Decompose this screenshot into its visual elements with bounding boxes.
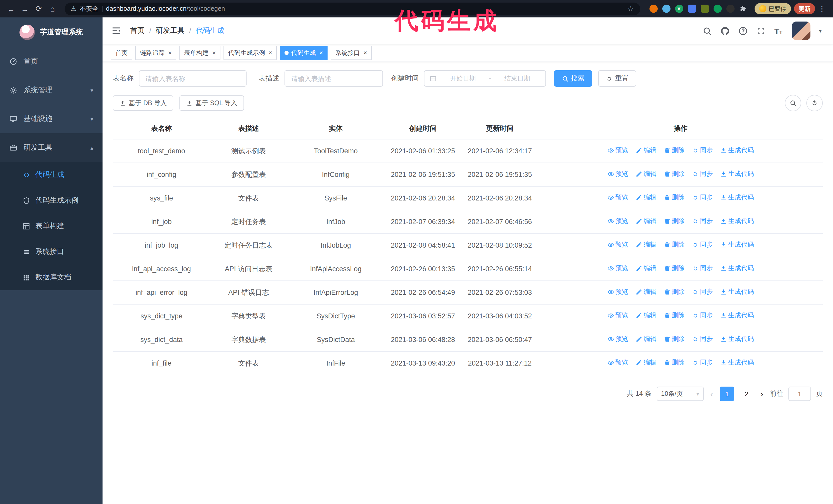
breadcrumb-home[interactable]: 首页	[130, 26, 145, 35]
profile-paused-chip[interactable]: 已暂停	[754, 3, 791, 14]
tab-system-api[interactable]: 系统接口×	[331, 46, 372, 60]
import-db-button[interactable]: 基于 DB 导入	[113, 95, 173, 111]
preview-action-link[interactable]: 预览	[607, 169, 628, 179]
import-sql-button[interactable]: 基于 SQL 导入	[180, 95, 244, 111]
extension-icon[interactable]	[688, 5, 696, 13]
close-icon[interactable]: ×	[212, 50, 216, 56]
edit-action-link[interactable]: 编辑	[635, 263, 657, 274]
sync-action-link[interactable]: 同步	[692, 192, 713, 203]
delete-action-link[interactable]: 删除	[664, 216, 685, 226]
preview-action-link[interactable]: 预览	[607, 145, 628, 156]
search-button[interactable]: 搜索	[554, 70, 592, 87]
table-name-input[interactable]	[139, 70, 246, 87]
reload-icon[interactable]: ⟳	[32, 2, 46, 16]
table-desc-input[interactable]	[285, 70, 383, 87]
extension-icon[interactable]	[662, 5, 670, 13]
sidebar-item-codegen-example[interactable]: 代码生成示例	[0, 188, 102, 213]
sidebar-item-form-builder[interactable]: 表单构建	[0, 213, 102, 239]
sync-action-link[interactable]: 同步	[692, 239, 713, 250]
preview-action-link[interactable]: 预览	[607, 216, 628, 226]
delete-action-link[interactable]: 删除	[664, 357, 685, 368]
sidebar-item-db-doc[interactable]: 数据库文档	[0, 265, 102, 290]
user-avatar[interactable]	[792, 22, 811, 40]
delete-action-link[interactable]: 删除	[664, 263, 685, 274]
search-icon[interactable]	[703, 26, 712, 35]
page-1-button[interactable]: 1	[720, 387, 734, 401]
extension-icon[interactable]	[649, 5, 658, 13]
page-size-select[interactable]: 10条/页 ▾	[657, 387, 704, 401]
sync-action-link[interactable]: 同步	[692, 357, 713, 368]
edit-action-link[interactable]: 编辑	[635, 145, 657, 156]
refresh-table-button[interactable]	[806, 95, 823, 111]
preview-action-link[interactable]: 预览	[607, 263, 628, 274]
sync-action-link[interactable]: 同步	[692, 310, 713, 321]
extension-icon[interactable]	[700, 5, 709, 13]
prev-page-button[interactable]: ‹	[709, 389, 715, 398]
generate-code-action-link[interactable]: 生成代码	[720, 310, 754, 321]
generate-code-action-link[interactable]: 生成代码	[720, 357, 754, 368]
delete-action-link[interactable]: 删除	[664, 169, 685, 179]
font-size-icon[interactable]: TT	[774, 26, 784, 35]
back-icon[interactable]: ←	[4, 2, 18, 16]
create-time-range-picker[interactable]: 开始日期 - 结束日期	[424, 70, 546, 87]
extensions-puzzle-icon[interactable]	[739, 5, 747, 13]
close-icon[interactable]: ×	[168, 50, 172, 56]
sync-action-link[interactable]: 同步	[692, 145, 713, 156]
caret-down-icon[interactable]: ▾	[819, 27, 822, 34]
sidebar-item-home[interactable]: 首页	[0, 47, 102, 76]
edit-action-link[interactable]: 编辑	[635, 192, 657, 203]
sidebar-item-infra[interactable]: 基础设施 ▾	[0, 104, 102, 133]
close-icon[interactable]: ×	[363, 50, 367, 56]
edit-action-link[interactable]: 编辑	[635, 357, 657, 368]
chrome-menu-icon[interactable]: ⋮	[815, 2, 829, 16]
preview-action-link[interactable]: 预览	[607, 287, 628, 297]
chrome-update-button[interactable]: 更新	[794, 3, 815, 14]
address-bar[interactable]: ⚠ 不安全 dashboard.yudao.iocoder.cn/tool/co…	[65, 2, 640, 15]
preview-action-link[interactable]: 预览	[607, 357, 628, 368]
github-icon[interactable]	[720, 26, 730, 35]
delete-action-link[interactable]: 删除	[664, 310, 685, 321]
help-icon[interactable]	[738, 26, 748, 35]
delete-action-link[interactable]: 删除	[664, 145, 685, 156]
preview-action-link[interactable]: 预览	[607, 192, 628, 203]
delete-action-link[interactable]: 删除	[664, 287, 685, 297]
goto-page-input[interactable]	[788, 387, 811, 401]
edit-action-link[interactable]: 编辑	[635, 287, 657, 297]
toggle-search-button[interactable]	[785, 95, 801, 111]
extension-icon[interactable]	[726, 5, 734, 13]
close-icon[interactable]: ×	[269, 50, 272, 56]
sync-action-link[interactable]: 同步	[692, 169, 713, 179]
tab-codegen-example[interactable]: 代码生成示例×	[223, 46, 277, 60]
generate-code-action-link[interactable]: 生成代码	[720, 145, 754, 156]
edit-action-link[interactable]: 编辑	[635, 334, 657, 344]
sync-action-link[interactable]: 同步	[692, 216, 713, 226]
tab-form-builder[interactable]: 表单构建×	[180, 46, 220, 60]
edit-action-link[interactable]: 编辑	[635, 310, 657, 321]
tab-codegen[interactable]: 代码生成×	[280, 46, 328, 60]
edit-action-link[interactable]: 编辑	[635, 216, 657, 226]
generate-code-action-link[interactable]: 生成代码	[720, 239, 754, 250]
sync-action-link[interactable]: 同步	[692, 287, 713, 297]
sidebar-item-system[interactable]: 系统管理 ▾	[0, 76, 102, 104]
sidebar-item-codegen[interactable]: 代码生成	[0, 162, 102, 188]
generate-code-action-link[interactable]: 生成代码	[720, 263, 754, 274]
preview-action-link[interactable]: 预览	[607, 239, 628, 250]
fullscreen-icon[interactable]	[756, 26, 766, 35]
sidebar-item-system-api[interactable]: 系统接口	[0, 239, 102, 265]
generate-code-action-link[interactable]: 生成代码	[720, 216, 754, 226]
sync-action-link[interactable]: 同步	[692, 334, 713, 344]
home-icon[interactable]: ⌂	[46, 2, 60, 16]
reset-button[interactable]: 重置	[598, 70, 636, 87]
sidebar-item-devtools[interactable]: 研发工具 ▴	[0, 133, 102, 162]
next-page-button[interactable]: ›	[759, 389, 765, 398]
edit-action-link[interactable]: 编辑	[635, 169, 657, 179]
tab-home[interactable]: 首页	[111, 46, 132, 60]
generate-code-action-link[interactable]: 生成代码	[720, 192, 754, 203]
delete-action-link[interactable]: 删除	[664, 334, 685, 344]
page-2-button[interactable]: 2	[739, 387, 754, 401]
breadcrumb-devtools[interactable]: 研发工具	[156, 26, 185, 35]
close-icon[interactable]: ×	[319, 50, 323, 56]
sync-action-link[interactable]: 同步	[692, 263, 713, 274]
extension-icon[interactable]: V	[675, 5, 683, 13]
preview-action-link[interactable]: 预览	[607, 334, 628, 344]
